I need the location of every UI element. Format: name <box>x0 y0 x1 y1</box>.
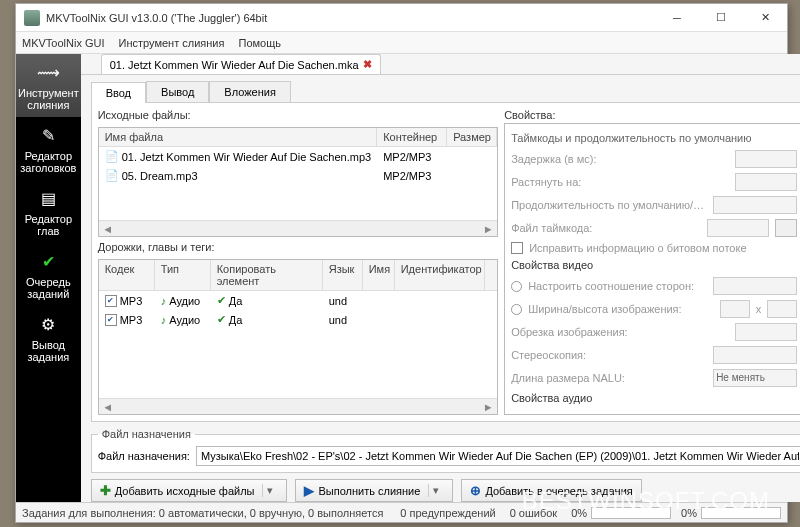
add-files-button[interactable]: ✚Добавить исходные файлы▾ <box>91 479 288 502</box>
dest-label: Файл назначения: <box>98 450 190 462</box>
stretch-input[interactable] <box>735 173 797 191</box>
progress-bar <box>701 507 781 519</box>
app-icon <box>24 10 40 26</box>
chapters-icon: ▤ <box>36 186 60 210</box>
close-button[interactable]: ✕ <box>743 4 787 32</box>
dest-path-input[interactable] <box>196 446 800 466</box>
fix-bitstream-checkbox[interactable] <box>511 242 523 254</box>
nalu-select[interactable]: Не менять <box>713 369 797 387</box>
crop-input[interactable] <box>735 323 797 341</box>
source-files-label: Исходные файлы: <box>98 109 498 121</box>
list-item[interactable]: 📄01. Jetzt Kommen Wir Wieder Auf Die Sac… <box>99 147 497 166</box>
progress-bar <box>591 507 671 519</box>
h-scrollbar[interactable]: ◄► <box>99 398 497 414</box>
col-type[interactable]: Тип <box>155 260 211 290</box>
width-input[interactable] <box>720 300 750 318</box>
menu-item[interactable]: Инструмент слияния <box>119 37 225 49</box>
destination-group: Файл назначения Файл назначения: <box>91 428 800 473</box>
audio-icon: ♪ <box>161 314 167 326</box>
merge-tool-icon: ⟿ <box>36 60 60 84</box>
properties-heading: Свойства: <box>504 109 800 121</box>
file-icon: 📄 <box>105 169 119 182</box>
stereo-select[interactable] <box>713 346 797 364</box>
menubar: MKVToolNix GUI Инструмент слияния Помощь <box>16 32 787 54</box>
video-section: Свойства видео <box>511 259 797 271</box>
track-row[interactable]: ✔MP3 ♪Аудио ✔Да und <box>99 291 497 310</box>
sidebar-item-header-editor[interactable]: ✎ Редактор заголовков <box>16 117 81 180</box>
app-window: MKVToolNix GUI v13.0.0 ('The Juggler') 6… <box>15 3 788 523</box>
sidebar-item-job-output[interactable]: ⚙ Вывод задания <box>16 306 81 369</box>
status-percent: 0% <box>571 507 587 519</box>
menu-item[interactable]: Помощь <box>238 37 281 49</box>
window-title: MKVToolNix GUI v13.0.0 ('The Juggler') 6… <box>46 12 655 24</box>
add-to-queue-button[interactable]: ⊕Добавить в очередь задания <box>461 479 641 502</box>
aspect-select[interactable] <box>713 277 797 295</box>
col-size[interactable]: Размер <box>447 128 497 146</box>
tab-attachments[interactable]: Вложения <box>209 81 291 102</box>
menu-item[interactable]: MKVToolNix GUI <box>22 37 105 49</box>
tab-output[interactable]: Вывод <box>146 81 209 102</box>
col-name[interactable]: Имя <box>363 260 395 290</box>
chevron-down-icon[interactable]: ▾ <box>428 484 444 497</box>
aspect-radio[interactable] <box>511 281 522 292</box>
timecodes-section: Таймкоды и продолжительность по умолчани… <box>511 132 797 144</box>
delay-input[interactable] <box>735 150 797 168</box>
checkbox-icon[interactable]: ✔ <box>105 295 117 307</box>
checkbox-icon[interactable]: ✔ <box>105 314 117 326</box>
checkmark-icon: ✔ <box>217 294 226 307</box>
tcfile-input[interactable] <box>707 219 769 237</box>
browse-button[interactable] <box>775 219 797 237</box>
col-lang[interactable]: Язык <box>323 260 363 290</box>
sidebar-item-merge[interactable]: ⟿ Инструмент слияния <box>16 54 81 117</box>
col-copy[interactable]: Копировать элемент <box>211 260 323 290</box>
col-filename[interactable]: Имя файла <box>99 128 377 146</box>
scroll-left-icon[interactable]: ◄ <box>101 222 115 236</box>
close-tab-icon[interactable]: ✖ <box>363 58 372 71</box>
tracks-list[interactable]: Кодек Тип Копировать элемент Язык Имя Ид… <box>98 259 498 415</box>
play-icon: ▶ <box>304 483 314 498</box>
minimize-button[interactable]: ─ <box>655 4 699 32</box>
file-tab[interactable]: 01. Jetzt Kommen Wir Wieder Auf Die Sach… <box>101 54 381 74</box>
queue-icon: ⊕ <box>470 483 481 498</box>
col-id[interactable]: Идентификатор <box>395 260 485 290</box>
status-warnings[interactable]: 0 предупреждений <box>400 507 495 519</box>
col-codec[interactable]: Кодек <box>99 260 155 290</box>
col-container[interactable]: Контейнер <box>377 128 447 146</box>
plus-icon: ✚ <box>100 483 111 498</box>
checkmark-icon: ✔ <box>217 313 226 326</box>
wh-radio[interactable] <box>511 304 522 315</box>
sidebar: ⟿ Инструмент слияния ✎ Редактор заголовк… <box>16 54 81 502</box>
start-merge-button[interactable]: ▶Выполнить слияние▾ <box>295 479 453 502</box>
pencil-icon: ✎ <box>36 123 60 147</box>
file-icon: 📄 <box>105 150 119 163</box>
status-errors[interactable]: 0 ошибок <box>510 507 558 519</box>
height-input[interactable] <box>767 300 797 318</box>
audio-section: Свойства аудио <box>511 392 797 404</box>
tab-input[interactable]: Ввод <box>91 82 146 103</box>
gear-icon: ⚙ <box>36 312 60 336</box>
tracks-label: Дорожки, главы и теги: <box>98 241 498 253</box>
maximize-button[interactable]: ☐ <box>699 4 743 32</box>
sidebar-item-job-queue[interactable]: ✔ Очередь заданий <box>16 243 81 306</box>
h-scrollbar[interactable]: ◄► <box>99 220 497 236</box>
list-item[interactable]: 📄05. Dream.mp3 MP2/MP3 <box>99 166 497 185</box>
audio-icon: ♪ <box>161 295 167 307</box>
properties-panel[interactable]: Таймкоды и продолжительность по умолчани… <box>504 123 800 415</box>
scroll-right-icon[interactable]: ► <box>481 400 495 414</box>
titlebar[interactable]: MKVToolNix GUI v13.0.0 ('The Juggler') 6… <box>16 4 787 32</box>
source-files-list[interactable]: Имя файла Контейнер Размер 📄01. Jetzt Ko… <box>98 127 498 237</box>
scroll-left-icon[interactable]: ◄ <box>101 400 115 414</box>
fps-select[interactable] <box>713 196 797 214</box>
status-jobs: Задания для выполнения: 0 автоматически,… <box>22 507 400 519</box>
file-tabs: 01. Jetzt Kommen Wir Wieder Auf Die Sach… <box>81 54 800 75</box>
sidebar-item-chapter-editor[interactable]: ▤ Редактор глав <box>16 180 81 243</box>
track-row[interactable]: ✔MP3 ♪Аудио ✔Да und <box>99 310 497 329</box>
scroll-right-icon[interactable]: ► <box>481 222 495 236</box>
check-icon: ✔ <box>36 249 60 273</box>
statusbar: Задания для выполнения: 0 автоматически,… <box>16 502 787 522</box>
section-tabs: Ввод Вывод Вложения <box>91 81 800 103</box>
chevron-down-icon[interactable]: ▾ <box>262 484 278 497</box>
status-percent: 0% <box>681 507 697 519</box>
